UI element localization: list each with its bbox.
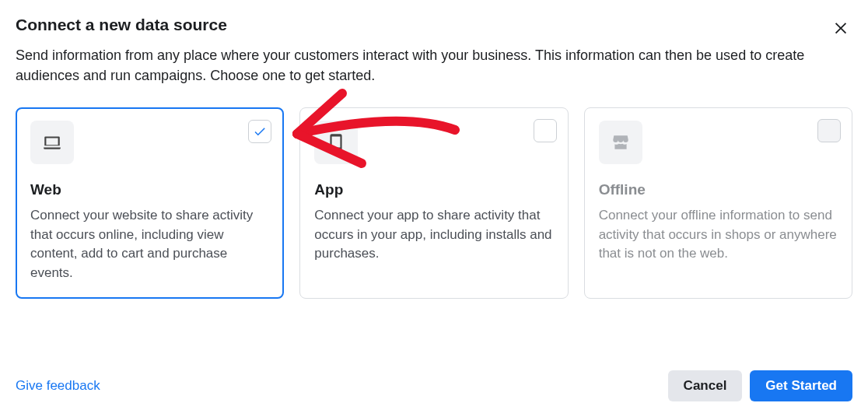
option-title-web: Web — [30, 181, 269, 198]
option-title-app: App — [314, 181, 553, 198]
option-title-offline: Offline — [599, 181, 838, 198]
data-source-options: Web Connect your website to share activi… — [16, 107, 852, 299]
option-check-web — [248, 120, 271, 143]
option-card-app[interactable]: App Connect your app to share activity t… — [299, 107, 568, 299]
dialog-footer: Give feedback Cancel Get Started — [16, 370, 852, 401]
close-button[interactable] — [829, 16, 852, 42]
dialog-subtitle: Send information from any place where yo… — [16, 45, 840, 86]
give-feedback-link[interactable]: Give feedback — [16, 378, 100, 394]
option-description-offline: Connect your offline information to send… — [599, 206, 838, 264]
option-card-offline[interactable]: Offline Connect your offline information… — [584, 107, 852, 299]
footer-buttons: Cancel Get Started — [668, 370, 852, 401]
dialog-title: Connect a new data source — [16, 16, 227, 34]
mobile-icon — [314, 121, 358, 164]
laptop-icon — [30, 121, 74, 164]
option-description-web: Connect your website to share activity t… — [30, 206, 269, 283]
cancel-button[interactable]: Cancel — [668, 370, 743, 401]
option-check-app — [534, 119, 557, 142]
option-card-web[interactable]: Web Connect your website to share activi… — [16, 107, 284, 299]
store-icon — [599, 121, 642, 164]
close-icon — [832, 20, 849, 40]
get-started-button[interactable]: Get Started — [750, 370, 852, 401]
option-description-app: Connect your app to share activity that … — [314, 206, 553, 264]
check-icon — [253, 124, 267, 138]
option-check-offline — [817, 119, 841, 142]
